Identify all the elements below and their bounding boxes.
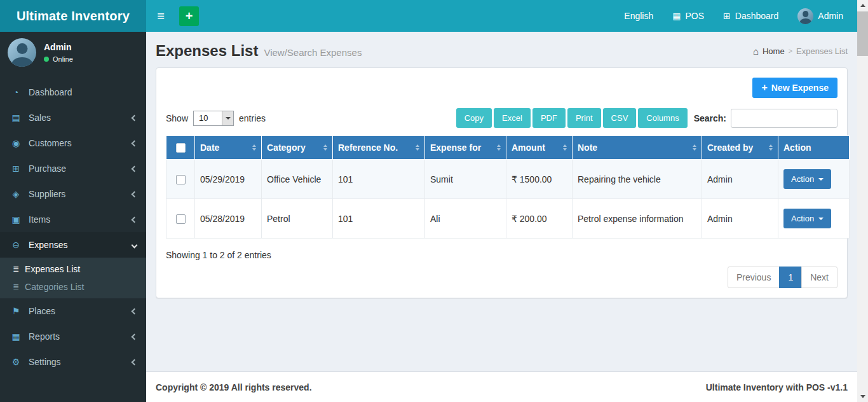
sidebar-item-items[interactable]: ▣ Items bbox=[0, 207, 146, 232]
row-action-button[interactable]: Action bbox=[783, 169, 831, 189]
navbar-avatar bbox=[797, 8, 813, 24]
dashboard-icon: ⊞ bbox=[723, 11, 731, 21]
suppliers-icon: ◈ bbox=[10, 189, 22, 199]
table-toolbar: Show 10 entries Copy Excel PDF Print CSV… bbox=[166, 108, 837, 128]
top-navbar: ≡ + English ▦ POS ⊞ Dashboard Admin bbox=[146, 0, 857, 32]
new-expense-button[interactable]: + New Expense bbox=[752, 78, 837, 98]
sort-icon bbox=[323, 144, 327, 151]
sidebar-item-label: Suppliers bbox=[29, 189, 65, 199]
sidebar-item-expenses[interactable]: ⊖ Expenses bbox=[0, 232, 146, 258]
submenu-item-label: Expenses List bbox=[25, 264, 80, 274]
sidebar-item-label: Sales bbox=[29, 113, 51, 123]
cell-date: 05/28/2019 bbox=[195, 199, 262, 239]
breadcrumb-home[interactable]: Home bbox=[763, 46, 785, 56]
cell-note: Petrol expense information bbox=[573, 199, 702, 239]
places-icon: ⚑ bbox=[10, 306, 22, 316]
chevron-left-icon bbox=[132, 191, 138, 197]
table-row: 05/29/2019 Office Vehicle 101 Sumit ₹ 15… bbox=[166, 160, 850, 199]
caret-down-icon bbox=[226, 117, 231, 120]
user-menu[interactable]: Admin bbox=[797, 8, 843, 24]
sidebar-item-label: Reports bbox=[29, 331, 60, 342]
page-length-select[interactable]: 10 bbox=[193, 111, 234, 126]
settings-icon: ⚙ bbox=[10, 357, 22, 367]
row-checkbox[interactable] bbox=[176, 175, 186, 184]
print-button[interactable]: Print bbox=[567, 108, 601, 128]
column-header-amount[interactable]: Amount bbox=[506, 136, 573, 160]
chevron-left-icon bbox=[132, 165, 138, 172]
column-header-expense-for[interactable]: Expense for bbox=[425, 136, 506, 160]
online-dot-icon bbox=[44, 57, 49, 62]
column-label: Date bbox=[200, 142, 219, 153]
column-header-category[interactable]: Category bbox=[262, 136, 333, 160]
previous-page-button[interactable]: Previous bbox=[728, 267, 780, 288]
plus-icon: + bbox=[761, 83, 767, 93]
app-logo[interactable]: Ultimate Inventory bbox=[0, 0, 146, 32]
sidebar-item-purchase[interactable]: ⊞ Purchase bbox=[0, 156, 146, 181]
breadcrumb-current: Expenses List bbox=[796, 46, 848, 56]
chevron-down-icon bbox=[132, 242, 138, 248]
dashboard-link[interactable]: ⊞ Dashboard bbox=[723, 11, 778, 21]
user-status: Online bbox=[44, 55, 73, 63]
sidebar-item-suppliers[interactable]: ◈ Suppliers bbox=[0, 181, 146, 207]
csv-button[interactable]: CSV bbox=[603, 108, 637, 128]
column-header-reference-no[interactable]: Reference No. bbox=[333, 136, 425, 160]
scroll-up-button[interactable] bbox=[857, 0, 868, 11]
sidebar-item-categories-list[interactable]: ≣ Categories List bbox=[0, 278, 146, 296]
main-content: Expenses List View/Search Expenses ⌂ Hom… bbox=[146, 32, 857, 402]
expenses-box: + New Expense Show 10 entries Copy Excel… bbox=[156, 67, 848, 298]
excel-button[interactable]: Excel bbox=[494, 108, 531, 128]
submenu-item-label: Categories List bbox=[25, 282, 84, 292]
pagination: Previous 1 Next bbox=[166, 267, 837, 288]
column-label: Note bbox=[578, 142, 597, 153]
sidebar-item-expenses-list[interactable]: ≣ Expenses List bbox=[0, 260, 146, 278]
sidebar-item-customers[interactable]: ◉ Customers bbox=[0, 130, 146, 156]
sidebar-item-places[interactable]: ⚑ Places bbox=[0, 298, 146, 324]
sidebar-item-reports[interactable]: ▦ Reports bbox=[0, 324, 146, 349]
version-text: Ultimate Inventory with POS -v1.1 bbox=[706, 382, 848, 392]
sidebar-item-settings[interactable]: ⚙ Settings bbox=[0, 349, 146, 375]
navbar-user-label: Admin bbox=[818, 11, 843, 21]
cell-expense-for: Ali bbox=[425, 199, 506, 239]
sidebar-item-dashboard[interactable]: ◔ Dashboard bbox=[0, 80, 146, 105]
expenses-table: Date Category Reference No. Expense for … bbox=[166, 135, 850, 239]
column-header-date[interactable]: Date bbox=[195, 136, 262, 160]
copy-button[interactable]: Copy bbox=[456, 108, 492, 128]
pdf-button[interactable]: PDF bbox=[532, 108, 566, 128]
quick-add-button[interactable]: + bbox=[179, 6, 199, 26]
sidebar-item-label: Customers bbox=[29, 138, 72, 148]
next-page-button[interactable]: Next bbox=[801, 267, 837, 288]
select-dropdown-button[interactable] bbox=[222, 111, 233, 125]
chevron-left-icon bbox=[132, 308, 138, 314]
column-header-created-by[interactable]: Created by bbox=[702, 136, 778, 160]
home-icon: ⌂ bbox=[753, 46, 759, 57]
sidebar-toggle-button[interactable]: ≡ bbox=[146, 0, 175, 32]
row-checkbox[interactable] bbox=[176, 214, 186, 224]
search-input[interactable] bbox=[731, 109, 837, 128]
language-menu[interactable]: English bbox=[624, 11, 653, 21]
columns-button[interactable]: Columns bbox=[638, 108, 687, 128]
sort-icon bbox=[416, 144, 419, 151]
page-title-text: Expenses List bbox=[156, 42, 258, 60]
select-all-checkbox[interactable] bbox=[176, 143, 186, 153]
page-length-control: Show 10 entries bbox=[166, 111, 266, 126]
entries-label: entries bbox=[239, 113, 266, 123]
user-avatar bbox=[8, 38, 36, 67]
scrollbar-thumb[interactable] bbox=[857, 11, 868, 56]
new-expense-label: New Expense bbox=[771, 83, 829, 93]
vertical-scrollbar[interactable] bbox=[857, 0, 868, 402]
scroll-down-button[interactable] bbox=[857, 391, 868, 402]
row-action-button[interactable]: Action bbox=[783, 209, 831, 228]
cell-amount: ₹ 200.00 bbox=[506, 199, 573, 239]
cell-created-by: Admin bbox=[702, 199, 778, 239]
pos-link[interactable]: ▦ POS bbox=[672, 11, 704, 21]
pos-icon: ▦ bbox=[672, 11, 681, 21]
sidebar-item-sales[interactable]: ▤ Sales bbox=[0, 105, 146, 130]
page-1-button[interactable]: 1 bbox=[779, 267, 802, 288]
column-header-note[interactable]: Note bbox=[573, 136, 702, 160]
cell-category: Petrol bbox=[262, 199, 333, 239]
hamburger-icon: ≡ bbox=[157, 9, 165, 24]
chevron-left-icon bbox=[132, 140, 138, 146]
table-row: 05/28/2019 Petrol 101 Ali ₹ 200.00 Petro… bbox=[166, 199, 850, 239]
sort-icon bbox=[769, 144, 773, 151]
sidebar: Ultimate Inventory Admin Online ◔ Dashbo… bbox=[0, 0, 146, 402]
